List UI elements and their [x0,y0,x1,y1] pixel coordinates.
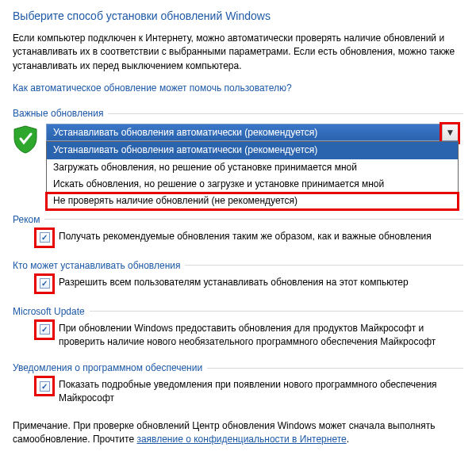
intro-text: Если компьютер подключен к Интернету, мо… [13,32,463,73]
checkbox-who[interactable]: ✓ [40,278,50,289]
chevron-down-icon[interactable]: ▼ [442,124,458,140]
section-recommended-text: Реком [13,214,40,225]
note-suffix: . [347,434,349,445]
section-msupdate-label: Microsoft Update [13,306,463,317]
checkbox-recommended[interactable]: ✓ [40,232,50,243]
chevron-glyph: ▼ [446,127,455,138]
section-important-text: Важные обновления [13,108,103,119]
privacy-note: Примечание. При проверке обновлений Цент… [13,419,463,447]
checkbox-notifications[interactable]: ✓ [40,381,50,392]
section-who-text: Кто может устанавливать обновления [13,260,180,271]
dropdown-option[interactable]: Искать обновления, но решение о загрузке… [47,176,458,193]
checkbox-notifications-label: Показать подробные уведомления при появл… [59,378,463,405]
divider [44,219,463,220]
check-icon: ✓ [41,233,48,242]
checkbox-who-label: Разрешить всем пользователям устанавлива… [59,276,463,289]
checkbox-who-wrap: ✓ [36,276,52,292]
divider [90,311,463,312]
check-icon: ✓ [41,325,48,334]
checkbox-notifications-wrap: ✓ [36,378,52,394]
checkbox-msupdate[interactable]: ✓ [40,324,50,335]
help-link[interactable]: Как автоматическое обновление может помо… [13,82,463,94]
updates-mode-dropdown[interactable]: Устанавливать обновления автоматически (… [46,141,459,211]
checkbox-msupdate-label: При обновлении Windows предоставить обно… [59,322,463,349]
updates-mode-select[interactable]: Устанавливать обновления автоматически (… [46,124,459,141]
checkbox-recommended-wrap: ✓ [36,230,52,246]
section-who-label: Кто может устанавливать обновления [13,260,463,271]
updates-mode-selected-text: Устанавливать обновления автоматически (… [53,127,317,138]
checkbox-recommended-label: Получать рекомендуемые обновления таким … [59,230,463,243]
section-recommended-label: Реком [13,214,463,225]
divider [207,368,463,369]
check-icon: ✓ [41,279,48,288]
dropdown-option[interactable]: Не проверять наличие обновлений (не реко… [47,193,458,209]
dropdown-option[interactable]: Загружать обновления, но решение об уста… [47,159,458,176]
check-icon: ✓ [41,382,48,391]
section-notifications-label: Уведомления о программном обеспечении [13,362,463,373]
privacy-link[interactable]: заявление о конфиденциальности в Интерне… [136,434,346,445]
divider [185,265,463,266]
page-title: Выберите способ установки обновлений Win… [13,10,463,22]
section-msupdate-text: Microsoft Update [13,306,85,317]
section-notifications-text: Уведомления о программном обеспечении [13,362,202,373]
shield-icon [13,125,38,154]
section-important-label: Важные обновления [13,108,463,119]
divider [108,113,463,114]
dropdown-option[interactable]: Устанавливать обновления автоматически (… [47,142,458,159]
checkbox-msupdate-wrap: ✓ [36,322,52,338]
